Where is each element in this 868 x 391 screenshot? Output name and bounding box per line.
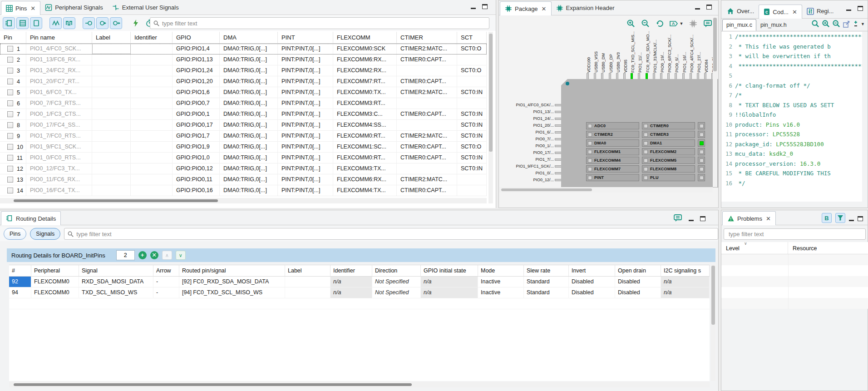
routing-column-header[interactable]: Signal [79,265,153,276]
wave-icon[interactable] [49,17,62,29]
pin-checkbox[interactable] [7,122,13,128]
pins-vertical-scrollbar[interactable] [488,32,493,203]
table-row[interactable]: 4 PIO1_20/FC7_RT... GPIO:PIO1,20 DMA0:TR… [0,76,487,87]
routing-mode-cell[interactable]: Inactive [478,287,524,298]
pin-identifier-cell[interactable] [131,109,173,119]
pins-column-header[interactable]: FLEXCOMM [333,32,397,43]
comment-icon[interactable] [701,18,714,30]
table-row[interactable]: 5 PIO1_6/FC0_TX... GPIO:PIO1,6 DMA0:TRIG… [0,87,487,98]
pin-stub[interactable] [555,158,562,161]
routing-count-input[interactable] [116,250,135,260]
pin-label-cell[interactable] [92,163,131,174]
table-row[interactable]: 3 PIO1_24/FC2_RX... GPIO:PIO1,24 DMA0:TR… [0,65,487,76]
tab-registers[interactable]: Regi... [802,4,838,18]
pin-checkbox[interactable] [7,133,13,139]
pin-stub[interactable] [594,73,596,79]
pin-stub[interactable] [616,73,618,79]
table-row[interactable]: 11 PIO1_0/FC0_RTS... GPIO:PIO1,0 DMA0:TR… [0,153,487,163]
zoom-in-icon[interactable] [822,20,830,28]
tab-external-user-signals[interactable]: External User Signals [108,0,183,15]
routing-column-header[interactable]: I2C signaling s [661,265,710,276]
pin-stub[interactable] [697,73,699,79]
pins-column-header[interactable]: GPIO [173,32,220,43]
tab-overview[interactable]: Over... [722,4,759,18]
pin-stub[interactable] [555,179,562,181]
level-column-header[interactable]: ∨Level [721,242,788,254]
pin-identifier-cell[interactable] [131,76,173,87]
pin-checkbox[interactable] [7,144,13,150]
pin-identifier-cell[interactable] [131,44,173,54]
minimize-icon[interactable] [846,10,851,11]
pin-identifier-cell[interactable] [131,131,173,141]
pin-stub[interactable] [555,138,562,140]
peripheral-block[interactable]: FLEXCOMM1 [586,148,639,155]
pin-stub[interactable] [631,73,633,79]
maximize-icon[interactable] [700,216,705,221]
maximize-icon[interactable] [482,4,488,9]
pin-label-cell[interactable] [92,54,131,65]
table-row[interactable]: 14 PIO0_16/FC4_TX... GPIO:PIO0,16 DMA0:T… [0,185,487,196]
route-out-icon[interactable] [110,17,122,29]
pin-checkbox[interactable] [7,57,13,63]
pin-stub[interactable] [555,131,562,134]
add-icon[interactable]: + [138,251,147,259]
pin-checkbox[interactable] [7,46,13,52]
pin-checkbox[interactable] [7,68,13,74]
routing-column-header[interactable]: Peripheral [31,265,79,276]
close-icon[interactable]: ✕ [30,5,35,12]
maximize-icon[interactable] [858,216,863,221]
pins-column-header[interactable]: DMA [220,32,278,43]
pin-identifier-cell[interactable] [131,98,173,109]
peripheral-block[interactable]: FLEXCOMM5 [642,157,695,164]
peripheral-block[interactable]: DMA1 [642,139,695,147]
peripheral-block-clipped[interactable] [698,139,705,147]
remove-icon[interactable]: ✕ [150,251,158,259]
pin-stub[interactable] [682,73,685,79]
routing-column-header[interactable]: GPIO initial state [421,265,478,276]
minimize-icon[interactable] [695,8,700,10]
table-row[interactable]: 7 PIO0_1/FC3_CTS... GPIO:PIO0,1 DMA0:TRI… [0,109,487,120]
pin-stub[interactable] [555,172,562,174]
routing-column-header[interactable]: Mode [478,265,524,276]
routing-open-drain-cell[interactable]: Disabled [615,287,661,298]
pin-checkbox[interactable] [7,79,13,84]
peripheral-block[interactable]: PLU [642,174,695,181]
peripheral-block[interactable]: ADC0 [586,122,639,129]
peripheral-block[interactable]: FLEXCOMM7 [586,165,639,173]
code-editor[interactable]: 1/**************************************… [721,32,862,202]
pin-label-cell[interactable] [92,76,131,87]
pin-checkbox[interactable] [7,166,13,172]
pins-filter-input[interactable] [162,18,489,29]
pin-label-cell[interactable] [92,87,131,98]
tab-expansion-header[interactable]: Expansion Header [552,1,619,15]
pins-horizontal-scrollbar[interactable] [0,198,487,203]
peripheral-block[interactable]: PINT [586,174,639,181]
minimize-icon[interactable] [689,220,694,221]
table-row[interactable]: 13 PIO0_11/FC6_RX... GPIO:PIO0,11 DMA0:T… [0,174,487,185]
pin-label-cell[interactable] [92,44,131,54]
comment-icon[interactable] [673,213,682,223]
pin-stub[interactable] [555,165,562,168]
table-row[interactable]: 9 PIO1_7/FC0_RTS... GPIO:PIO1,7 DMA0:TRI… [0,131,487,142]
pin-stub[interactable] [667,73,670,79]
maximize-icon[interactable] [858,6,863,11]
diff-options-icon[interactable]: ▼ [853,20,865,28]
pin-identifier-cell[interactable] [131,120,173,130]
pin-stub[interactable] [623,73,626,79]
pin-label-cell[interactable] [92,142,131,152]
peripheral-block-clipped[interactable] [698,174,705,181]
file-tab-pin-mux-h[interactable]: pin_mux.h [756,19,791,31]
pin-stub[interactable] [653,73,655,79]
chip-outline-icon[interactable] [30,17,42,29]
routing-num-cell[interactable]: 92 [9,277,31,287]
table-row[interactable]: 1 PIO1_4/FC0_SCK... GPIO:PIO1,4 DMA0:TRI… [0,44,487,54]
table-row[interactable]: 10 PIO1_9/FC1_SCK... GPIO:PIO1,9 DMA0:TR… [0,142,487,153]
table-row[interactable]: 92 FLEXCOMM0 RXD_SDA_MOSI_DATA - [92] FC… [9,277,710,287]
pin-checkbox[interactable] [7,188,13,193]
peripheral-block[interactable]: CTIMER0 [642,122,695,129]
routing-label-cell[interactable] [285,287,330,298]
pin-identifier-cell[interactable] [131,185,173,196]
routing-slew-cell[interactable]: Standard [524,277,569,287]
peripheral-block-clipped[interactable] [698,122,705,129]
pins-view-button[interactable]: Pins [4,228,26,240]
